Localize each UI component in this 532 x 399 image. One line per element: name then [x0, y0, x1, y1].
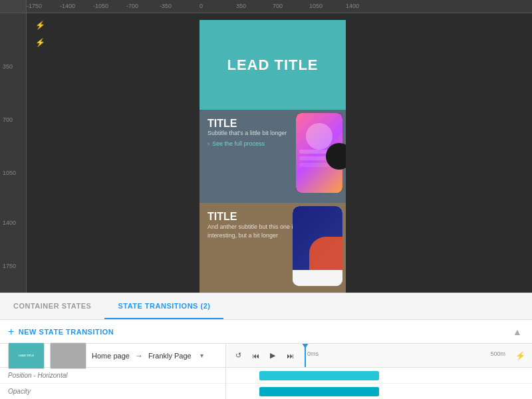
tab-state-transitions[interactable]: STATE TRANSITIONS (2)	[104, 293, 223, 319]
section1-link-text: See the full process	[212, 140, 265, 147]
time-mark-500: 500m	[490, 350, 505, 357]
timeline-header: ↺ ⏮ ▶ ⏭ 0ms	[226, 344, 532, 368]
state-info-panel: LEAD TITLE Home page → Frankly Page ▾ Po…	[0, 344, 226, 399]
ruler-left: 350 700 1050 1400 1750	[0, 0, 27, 293]
page-preview: LEAD TITLE TITLE Subtitle that's a littl…	[200, 20, 346, 293]
ruler-mark: 0	[200, 3, 203, 9]
new-state-label: NEW STATE TRANSITION	[19, 328, 114, 336]
tab-container-states[interactable]: CONTAINER STATES	[0, 293, 104, 319]
tabs-bar: CONTAINER STATES STATE TRANSITIONS (2)	[0, 293, 532, 320]
state-transitions-label: STATE TRANSITIONS (2)	[118, 302, 210, 310]
content-section-2: TITLE And anther subtitle but this one i…	[200, 203, 346, 293]
timeline-tracks	[226, 368, 532, 399]
track-bar-position[interactable]	[259, 371, 379, 380]
rewind-icon: ⏮	[252, 352, 259, 360]
fast-forward-button[interactable]: ⏭	[283, 349, 297, 362]
property-row-opacity: Opacity	[0, 384, 225, 399]
property-rows: Position - Horizontal Opacity	[0, 368, 225, 399]
dropdown-chevron-icon[interactable]: ▾	[197, 350, 207, 361]
opacity-label: Opacity	[8, 388, 31, 395]
ruler-mark: -700	[126, 3, 138, 9]
ruler-top: -1750 -1400 -1050 -700 -350 0 350 700 10…	[0, 0, 532, 13]
play-button[interactable]: ▶	[266, 349, 279, 362]
canvas-content: LEAD TITLE TITLE Subtitle that's a littl…	[27, 13, 532, 293]
thumb-from-text: LEAD TITLE	[19, 354, 34, 357]
track-row-position	[226, 368, 532, 384]
ruler-mark: -350	[160, 3, 172, 9]
ruler-mark: 1400	[346, 3, 359, 9]
rewind-button[interactable]: ⏮	[249, 349, 262, 362]
ruler-left-mark: 350	[3, 63, 13, 70]
section1-title: TITLE	[207, 118, 237, 129]
ruler-mark: 350	[236, 3, 246, 9]
chevron-right-icon: ›	[207, 140, 209, 147]
lightning-icon-1[interactable]: ⚡	[35, 20, 45, 31]
state-to-label: Frankly Page	[148, 352, 192, 360]
playhead-triangle	[302, 344, 309, 348]
sidebar-icons: ⚡ ⚡	[35, 20, 45, 48]
play-icon: ▶	[270, 351, 275, 360]
ruler-left-mark: 1750	[3, 263, 16, 269]
toolbar-row: + NEW STATE TRANSITION ▲	[0, 320, 532, 344]
ruler-mark: 700	[273, 3, 283, 9]
lead-section: LEAD TITLE	[200, 20, 346, 110]
transition-arrow-icon: →	[135, 351, 143, 360]
timeline-area: LEAD TITLE Home page → Frankly Page ▾ Po…	[0, 344, 532, 399]
plus-icon: +	[8, 326, 15, 338]
thumbnail-to	[50, 342, 86, 369]
bottom-panel: CONTAINER STATES STATE TRANSITIONS (2) +…	[0, 293, 532, 399]
ruler-mark: -1050	[93, 3, 108, 9]
lightning-icon: ⚡	[515, 351, 525, 360]
state-transition-header: LEAD TITLE Home page → Frankly Page ▾	[0, 344, 225, 368]
property-row-position: Position - Horizontal	[0, 368, 225, 384]
lead-title: LEAD TITLE	[227, 57, 318, 74]
section2-title: TITLE	[207, 211, 237, 222]
timeline-controls: ↺ ⏮ ▶ ⏭	[231, 349, 297, 362]
content-section-1: TITLE Subtitle that's a little bit longe…	[200, 110, 346, 203]
ruler-left-mark: 1050	[3, 170, 16, 176]
fast-forward-icon: ⏭	[287, 352, 294, 360]
position-label: Position - Horizontal	[8, 372, 67, 379]
new-state-transition-button[interactable]: + NEW STATE TRANSITION	[8, 326, 114, 338]
ruler-mark: 1050	[309, 3, 323, 9]
state-from-label: Home page	[92, 352, 130, 360]
container-states-label: CONTAINER STATES	[13, 302, 91, 310]
track-row-opacity	[226, 384, 532, 399]
scroll-up-button[interactable]: ▲	[511, 325, 524, 338]
lightning-timeline-icon[interactable]: ⚡	[513, 349, 527, 362]
ruler-left-mark: 1400	[3, 219, 16, 226]
reset-button[interactable]: ↺	[231, 349, 245, 362]
ruler-mark: -1400	[60, 3, 75, 9]
phone-bottom-2	[293, 270, 342, 286]
phone-screen-2	[293, 206, 342, 270]
reset-icon: ↺	[235, 351, 241, 360]
ruler-left-mark: 700	[3, 116, 13, 123]
playhead[interactable]	[305, 344, 306, 367]
canvas: -1750 -1400 -1050 -700 -350 0 350 700 10…	[0, 0, 532, 293]
time-mark-0: 0ms	[307, 350, 319, 357]
thumbnail-from: LEAD TITLE	[8, 342, 45, 369]
lightning-icon-2[interactable]: ⚡	[35, 37, 45, 48]
track-bar-opacity[interactable]	[259, 387, 379, 396]
ruler-mark: -1750	[27, 3, 42, 9]
timeline-right: ↺ ⏮ ▶ ⏭ 0ms	[226, 344, 532, 399]
phone-image-2	[293, 206, 342, 286]
